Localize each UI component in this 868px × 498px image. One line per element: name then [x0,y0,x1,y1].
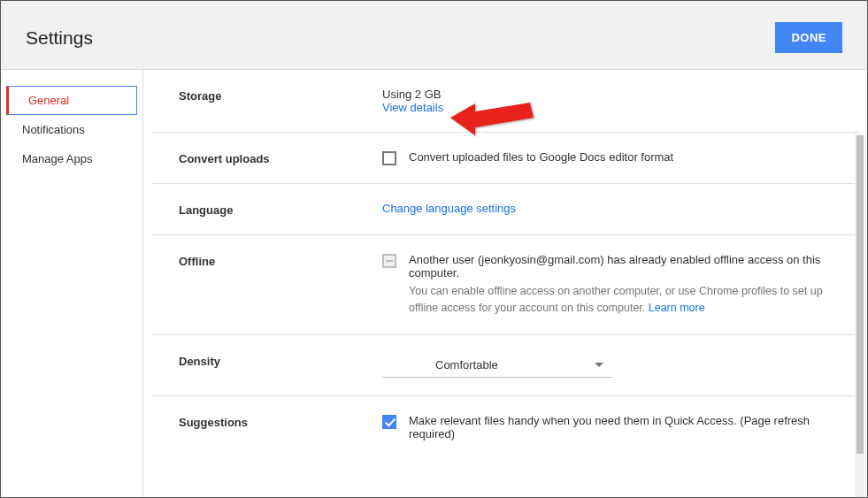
convert-checkbox[interactable] [382,151,396,165]
section-density: Density Comfortable [152,335,858,396]
done-button[interactable]: DONE [775,22,842,53]
offline-checkbox [382,254,396,268]
density-dropdown[interactable]: Comfortable [382,353,612,378]
convert-text: Convert uploaded files to Google Docs ed… [409,150,673,164]
section-storage: Storage Using 2 GB View details [152,70,858,133]
suggestions-label: Suggestions [179,414,382,441]
section-offline: Offline Another user (jeonkyosin@gmail.c… [152,235,858,335]
scrollbar[interactable] [855,134,865,498]
section-suggestions: Suggestions Make relevant files handy wh… [152,396,858,458]
section-language: Language Change language settings [152,184,858,235]
view-details-link[interactable]: View details [382,101,443,114]
settings-content: Storage Using 2 GB View details Convert … [142,70,867,498]
change-language-link[interactable]: Change language settings [382,202,516,215]
convert-label: Convert uploads [179,150,382,165]
storage-label: Storage [179,88,382,114]
chevron-down-icon [595,363,603,367]
settings-header: Settings DONE [1,1,867,70]
storage-usage: Using 2 GB [382,88,832,101]
offline-text: Another user (jeonkyosin@gmail.com) has … [409,253,832,280]
offline-helper: You can enable offline access on another… [409,283,832,317]
density-value: Comfortable [435,358,498,372]
offline-learn-more-link[interactable]: Learn more [649,302,705,314]
sidebar-item-general[interactable]: General [6,86,137,115]
section-convert-uploads: Convert uploads Convert uploaded files t… [152,133,858,184]
density-label: Density [179,353,382,378]
settings-sidebar: General Notifications Manage Apps [1,70,142,498]
language-label: Language [179,202,382,217]
offline-label: Offline [179,253,382,317]
page-title: Settings [26,27,93,49]
scrollbar-thumb[interactable] [856,135,864,454]
suggestions-text: Make relevant files handy when you need … [409,414,832,441]
sidebar-item-manage-apps[interactable]: Manage Apps [1,144,142,173]
sidebar-item-notifications[interactable]: Notifications [1,115,142,144]
suggestions-checkbox[interactable] [382,415,396,429]
